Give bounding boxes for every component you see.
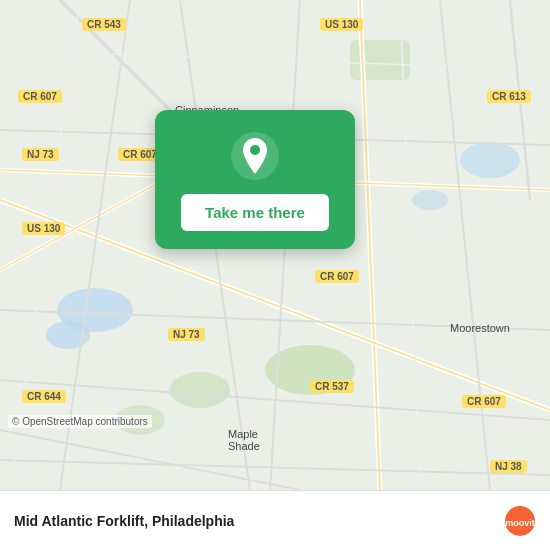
svg-point-3 bbox=[460, 142, 520, 178]
osm-credit: © OpenStreetMap contributors bbox=[8, 415, 152, 428]
bottom-bar: Mid Atlantic Forklift, Philadelphia moov… bbox=[0, 490, 550, 550]
location-title: Mid Atlantic Forklift, Philadelphia bbox=[14, 513, 234, 529]
svg-point-6 bbox=[170, 372, 230, 408]
road-label-us130-left: US 130 bbox=[22, 222, 65, 235]
road-label-cr607-br: CR 607 bbox=[462, 395, 506, 408]
road-label-nj73-mid: NJ 73 bbox=[168, 328, 205, 341]
moovit-icon: moovit bbox=[504, 505, 536, 537]
popup-card: Take me there bbox=[155, 110, 355, 249]
moovit-logo: moovit bbox=[504, 505, 536, 537]
svg-rect-7 bbox=[350, 40, 410, 80]
take-me-there-button[interactable]: Take me there bbox=[181, 194, 329, 231]
road-label-cr537: CR 537 bbox=[310, 380, 354, 393]
svg-point-32 bbox=[250, 145, 260, 155]
place-label-maple-shade: Maple Shade bbox=[228, 428, 260, 452]
road-label-cr644: CR 644 bbox=[22, 390, 66, 403]
road-label-nj73-left: NJ 73 bbox=[22, 148, 59, 161]
place-label-moorestown: Moorestown bbox=[450, 322, 510, 334]
svg-text:moovit: moovit bbox=[505, 518, 535, 528]
road-label-nj38: NJ 38 bbox=[490, 460, 527, 473]
road-label-cr543: CR 543 bbox=[82, 18, 126, 31]
road-label-cr607-left: CR 607 bbox=[18, 90, 62, 103]
road-label-cr613: CR 613 bbox=[487, 90, 531, 103]
road-label-cr607-right: CR 607 bbox=[315, 270, 359, 283]
map-container: CR 543US 130CR 607NJ 73CR 607CR 613US 13… bbox=[0, 0, 550, 490]
road-label-us130-top: US 130 bbox=[320, 18, 363, 31]
svg-point-4 bbox=[412, 190, 448, 210]
location-pin-icon bbox=[231, 132, 279, 180]
